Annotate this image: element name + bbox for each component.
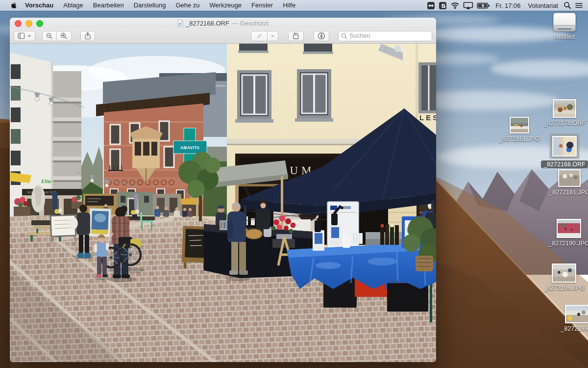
poster-board — [89, 208, 111, 237]
selection-highlight — [549, 133, 580, 159]
desktop-file-8272161[interactable]: _8272161.JPG — [499, 117, 539, 143]
search-input[interactable] — [338, 31, 432, 41]
menu-bearbeiten[interactable]: Bearbeiten — [88, 0, 129, 11]
zoom-button[interactable] — [36, 20, 43, 27]
chevron-down-icon — [27, 34, 31, 37]
window-title-status: — Geschützt — [232, 20, 269, 27]
volume-label: Untitled — [552, 33, 577, 41]
desktop-file-8272196[interactable]: _8272196.JPG — [542, 263, 586, 292]
elite-sign: Elite — [41, 178, 52, 184]
menubar-user[interactable]: Volontariat — [526, 2, 560, 9]
notification-center-icon[interactable] — [575, 2, 583, 9]
menu-vorschau[interactable]: Vorschau — [20, 0, 58, 11]
menu-werkzeuge[interactable]: Werkzeuge — [205, 0, 247, 11]
menu-ablage[interactable]: Ablage — [58, 0, 88, 11]
menu-gehe-zu[interactable]: Gehe zu — [171, 0, 204, 11]
minimize-button[interactable] — [25, 20, 32, 27]
photo-street-scene: Elite SCHLAFKULTUR — [10, 44, 436, 362]
close-button[interactable] — [15, 20, 22, 27]
search-icon — [341, 33, 347, 39]
file-label: _8272196.JPG — [541, 284, 587, 292]
file-thumbnail — [565, 305, 588, 323]
window-toolbar — [10, 28, 436, 44]
desktop-file-8272168[interactable]: _8272168.ORF — [543, 133, 586, 168]
menu-darstellung[interactable]: Darstellung — [129, 0, 171, 11]
teamviewer-icon[interactable] — [427, 1, 435, 10]
menu-hilfe[interactable]: Hilfe — [278, 0, 300, 11]
window-titlebar[interactable]: _8272168.ORF — Geschützt — [10, 18, 436, 28]
desktop-volume-untitled[interactable]: Untitled — [545, 13, 584, 41]
document-icon — [177, 20, 183, 26]
preview-window: _8272168.ORF — Geschützt — [10, 18, 436, 362]
zoom-out-button[interactable] — [42, 31, 57, 41]
desktop-file-8272190[interactable]: _8272190.JPG — [547, 219, 588, 247]
battery-charging-icon[interactable] — [477, 2, 490, 9]
spotlight-icon[interactable] — [564, 1, 571, 9]
airplay-display-icon[interactable] — [463, 1, 473, 9]
annotate-pencil-button[interactable] — [251, 31, 268, 41]
rotate-left-button[interactable] — [288, 31, 304, 41]
desktop-file-8272181[interactable]: _8272181.JPG — [548, 169, 588, 196]
share-button[interactable] — [80, 31, 95, 41]
annotate-dropdown-button[interactable] — [268, 31, 278, 41]
menu-bar: Vorschau Ablage Bearbeiten Darstellung G… — [0, 0, 588, 11]
window — [418, 62, 436, 113]
traffic-lights — [15, 20, 43, 27]
file-thumbnail — [553, 99, 576, 118]
markup-toolbar-button[interactable] — [314, 31, 329, 41]
menubar-clock[interactable]: Fr. 17:06 — [493, 2, 522, 9]
les-sign: LES — [419, 113, 436, 122]
file-thumbnail — [552, 263, 576, 283]
file-label: _8272168.ORF — [541, 160, 588, 168]
wifi-icon[interactable] — [450, 2, 460, 9]
chevron-down-icon — [271, 34, 274, 37]
pharmacy-sign-text: AMAVITA — [180, 146, 200, 150]
zoom-in-button[interactable] — [57, 31, 72, 41]
file-label: _8272178.ORF — [541, 119, 588, 127]
b-check-icon[interactable]: B — [439, 1, 447, 10]
desktop-file-8272178[interactable]: _8272178.ORF — [543, 99, 586, 127]
file-label: _8272199.J — [558, 325, 588, 333]
toolbar-search — [338, 31, 432, 41]
window-title: _8272168.ORF — [186, 20, 229, 27]
photo-content-area: Elite SCHLAFKULTUR — [10, 44, 436, 362]
file-label: _8272190.JPG — [546, 239, 588, 247]
window — [295, 69, 333, 122]
file-label: _8272161.JPG — [496, 135, 542, 143]
file-label: _8272181.JPG — [546, 188, 588, 196]
file-thumbnail — [510, 117, 529, 133]
file-thumbnail — [557, 219, 581, 238]
file-thumbnail — [558, 169, 581, 187]
sidebar-view-button[interactable] — [14, 31, 35, 41]
file-thumbnail — [552, 136, 577, 157]
external-drive-icon — [553, 13, 576, 31]
apple-menu-icon[interactable] — [10, 1, 17, 9]
desktop-file-8272199[interactable]: _8272199.J — [555, 305, 588, 333]
white-apartment-building: Elite SCHLAFKULTUR — [10, 53, 82, 217]
window — [235, 70, 273, 123]
menu-fenster[interactable]: Fenster — [246, 0, 278, 11]
